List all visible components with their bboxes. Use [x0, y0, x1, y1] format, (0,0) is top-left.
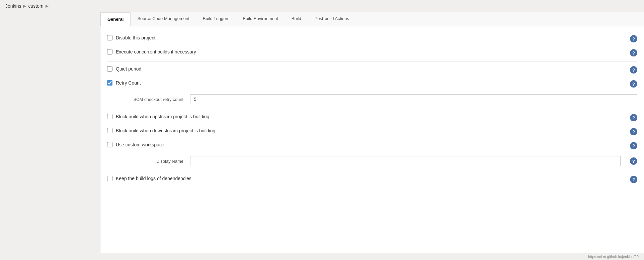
status-url: https://ci-m.github.io/jenkins/20 [588, 255, 639, 259]
breadcrumb-jenkins[interactable]: Jenkins [5, 3, 21, 9]
checkbox-block-downstream[interactable] [107, 128, 112, 133]
row-quiet-period: Quiet period ? [107, 63, 637, 77]
checkbox-concurrent-builds[interactable] [107, 49, 112, 54]
row-block-upstream: Block build when upstream project is bui… [107, 111, 637, 125]
tab-build-environment[interactable]: Build Environment [236, 12, 285, 26]
label-custom-workspace[interactable]: Use custom workspace [107, 142, 630, 147]
divider-1 [107, 61, 637, 61]
help-icon-concurrent-builds[interactable]: ? [630, 49, 637, 56]
row-concurrent-builds: Execute concurrent builds if necessary ? [107, 46, 637, 60]
help-icon-block-downstream[interactable]: ? [630, 128, 637, 135]
label-concurrent-builds-text: Execute concurrent builds if necessary [116, 49, 196, 54]
label-custom-workspace-text: Use custom workspace [116, 142, 164, 147]
tab-build-triggers[interactable]: Build Triggers [196, 12, 236, 26]
row-retry-count: Retry Count ? [107, 77, 637, 91]
tab-build[interactable]: Build [285, 12, 308, 26]
tab-general[interactable]: General [100, 12, 131, 26]
checkbox-block-upstream[interactable] [107, 114, 112, 119]
help-icon-quiet-period[interactable]: ? [630, 66, 637, 74]
label-retry-count[interactable]: Retry Count [107, 80, 630, 86]
tab-source-code[interactable]: Source Code Management [131, 12, 196, 26]
help-icon-retry-count[interactable]: ? [630, 80, 637, 88]
breadcrumb-sep-1: ▶ [23, 4, 26, 8]
label-concurrent-builds[interactable]: Execute concurrent builds if necessary [107, 49, 630, 54]
label-disable-project-text: Disable this project [116, 35, 155, 40]
help-icon-keep-build-logs[interactable]: ? [630, 176, 637, 183]
row-disable-project: Disable this project ? [107, 32, 637, 46]
row-keep-build-logs: Keep the build logs of dependencies ? [107, 172, 637, 186]
checkbox-quiet-period[interactable] [107, 66, 112, 72]
scm-retry-label: SCM checkout retry count [116, 97, 183, 102]
status-bar: https://ci-m.github.io/jenkins/20 [0, 253, 644, 260]
label-block-upstream[interactable]: Block build when upstream project is bui… [107, 114, 630, 119]
help-icon-disable-project[interactable]: ? [630, 35, 637, 42]
checkbox-custom-workspace[interactable] [107, 142, 112, 147]
breadcrumb-sep-2: ▶ [46, 4, 49, 8]
label-disable-project[interactable]: Disable this project [107, 35, 630, 40]
divider-3 [107, 171, 637, 171]
main-layout: General Source Code Management Build Tri… [0, 12, 644, 260]
scm-retry-row: SCM checkout retry count [107, 91, 637, 108]
display-name-row: Display Name ? [107, 153, 637, 169]
breadcrumb-custom[interactable]: custom [28, 3, 43, 9]
label-keep-build-logs-text: Keep the build logs of dependencies [116, 176, 191, 181]
checkbox-keep-build-logs[interactable] [107, 176, 112, 181]
display-name-label: Display Name [116, 159, 183, 164]
sidebar [0, 12, 100, 260]
help-icon-block-upstream[interactable]: ? [630, 114, 637, 121]
checkbox-retry-count[interactable] [107, 80, 112, 86]
checkbox-disable-project[interactable] [107, 35, 112, 40]
content-area: General Source Code Management Build Tri… [100, 12, 644, 260]
tab-post-build[interactable]: Post-build Actions [308, 12, 356, 26]
divider-2 [107, 109, 637, 109]
label-block-downstream-text: Block build when downstream project is b… [116, 128, 215, 133]
label-block-upstream-text: Block build when upstream project is bui… [116, 114, 209, 119]
row-block-downstream: Block build when downstream project is b… [107, 125, 637, 139]
display-name-input[interactable] [190, 156, 621, 166]
form-content: Disable this project ? Execute concurren… [100, 26, 644, 260]
breadcrumb-bar: Jenkins ▶ custom ▶ [0, 0, 644, 12]
row-custom-workspace: Use custom workspace ? [107, 139, 637, 153]
scm-retry-input[interactable] [190, 94, 637, 104]
tabs-bar: General Source Code Management Build Tri… [100, 12, 644, 26]
help-icon-display-name[interactable]: ? [630, 157, 637, 165]
label-quiet-period-text: Quiet period [116, 66, 141, 72]
label-retry-count-text: Retry Count [116, 80, 141, 86]
label-block-downstream[interactable]: Block build when downstream project is b… [107, 128, 630, 133]
label-keep-build-logs[interactable]: Keep the build logs of dependencies [107, 176, 630, 181]
help-icon-custom-workspace[interactable]: ? [630, 142, 637, 149]
label-quiet-period[interactable]: Quiet period [107, 66, 630, 72]
